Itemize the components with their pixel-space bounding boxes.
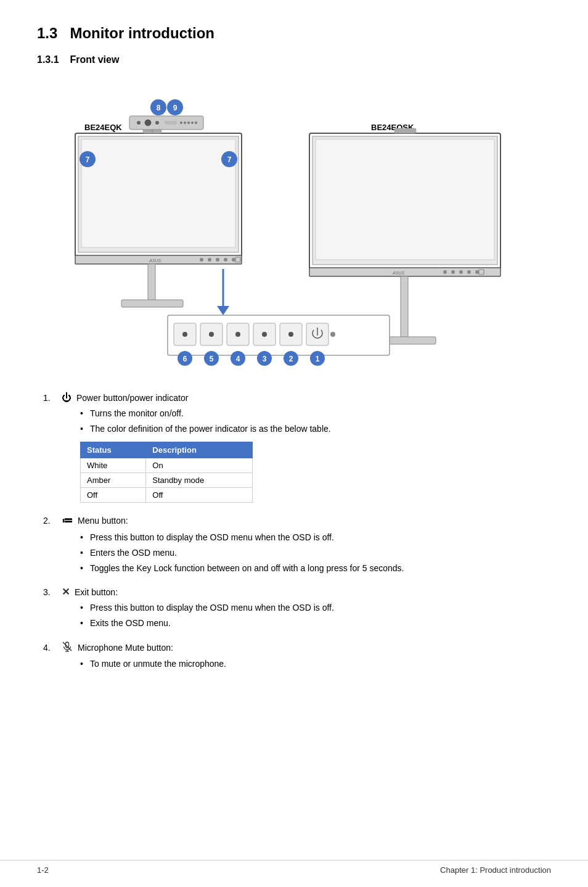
svg-text:BE24EQK: BE24EQK <box>84 123 122 132</box>
table-header-status: Status <box>81 442 146 458</box>
svg-point-59 <box>288 332 293 337</box>
item-1-bullets: Turns the monitor on/off. The color defi… <box>80 407 545 435</box>
svg-text:3: 3 <box>263 355 267 363</box>
svg-point-21 <box>459 270 463 274</box>
svg-rect-18 <box>309 268 500 276</box>
svg-point-57 <box>262 332 267 337</box>
svg-point-6 <box>216 258 219 262</box>
bullet-item: Press this button to display the OSD men… <box>80 531 545 544</box>
item-2-number: 2. <box>43 516 58 526</box>
svg-point-4 <box>200 258 203 262</box>
svg-text:5: 5 <box>210 355 214 363</box>
table-header-description: Description <box>146 442 253 458</box>
exit-icon: ✕ <box>62 586 70 598</box>
content-body: 1. ⏻ Power button/power indicator Turns … <box>37 392 551 670</box>
desc-on: On <box>146 458 253 473</box>
status-amber: Amber <box>81 473 146 488</box>
item-4-label: Microphone Mute button: <box>78 643 173 653</box>
table-row: Off Off <box>81 488 253 503</box>
svg-text:7: 7 <box>86 155 90 164</box>
item-3: 3. ✕ Exit button: Press this button to d… <box>43 586 545 630</box>
svg-point-41 <box>191 122 194 124</box>
svg-text:ASUS: ASUS <box>149 258 161 263</box>
svg-point-55 <box>235 332 240 337</box>
subsection-title: 1.3.1 Front view <box>37 54 551 65</box>
svg-point-51 <box>182 332 187 337</box>
table-row: White On <box>81 458 253 473</box>
section-number: 1.3 <box>37 25 57 41</box>
svg-text:2: 2 <box>289 355 293 363</box>
power-icon: ⏻ <box>62 392 71 403</box>
svg-point-7 <box>224 258 227 262</box>
item-1-number: 1. <box>43 393 58 403</box>
microphone-mute-icon <box>62 641 73 654</box>
footer-chapter: Chapter 1: Product introduction <box>440 865 551 875</box>
section-heading: Monitor introduction <box>70 25 214 41</box>
svg-point-61 <box>330 332 335 337</box>
desc-off: Off <box>146 488 253 503</box>
bullet-item: Turns the monitor on/off. <box>80 407 545 420</box>
svg-point-19 <box>443 270 447 274</box>
item-3-number: 3. <box>43 587 58 597</box>
svg-point-8 <box>232 258 235 262</box>
svg-text:7: 7 <box>227 155 232 164</box>
status-white: White <box>81 458 146 473</box>
table-row: Amber Standby mode <box>81 473 253 488</box>
item-3-header: 3. ✕ Exit button: <box>43 586 545 598</box>
bullet-item: The color definition of the power indica… <box>80 423 545 435</box>
item-4-bullets: To mute or unmute the microphone. <box>80 658 545 670</box>
svg-point-5 <box>208 258 211 262</box>
menu-icon: ≔ <box>62 514 73 527</box>
item-1: 1. ⏻ Power button/power indicator Turns … <box>43 392 545 503</box>
svg-rect-17 <box>316 139 494 260</box>
monitor-diagram: BE24EQK BE24EQSK 8 9 <box>37 78 551 374</box>
item-3-bullets: Press this button to display the OSD men… <box>80 601 545 630</box>
svg-point-23 <box>475 270 479 274</box>
item-3-label: Exit button: <box>75 587 118 597</box>
svg-point-40 <box>187 122 190 124</box>
svg-point-39 <box>184 122 186 124</box>
svg-rect-37 <box>165 121 177 125</box>
svg-text:8: 8 <box>157 104 161 112</box>
item-1-header: 1. ⏻ Power button/power indicator <box>43 392 545 403</box>
bullet-item: To mute or unmute the microphone. <box>80 658 545 670</box>
item-4-number: 4. <box>43 643 58 653</box>
svg-rect-25 <box>401 276 408 338</box>
svg-point-35 <box>145 120 151 126</box>
svg-text:4: 4 <box>236 355 240 363</box>
status-off: Off <box>81 488 146 503</box>
svg-rect-11 <box>121 300 183 307</box>
svg-point-20 <box>451 270 455 274</box>
svg-rect-28 <box>394 128 416 133</box>
page-footer: 1-2 Chapter 1: Product introduction <box>0 860 588 875</box>
svg-text:6: 6 <box>183 355 187 363</box>
svg-point-22 <box>467 270 471 274</box>
item-2-header: 2. ≔ Menu button: <box>43 514 545 527</box>
item-2: 2. ≔ Menu button: Press this button to d… <box>43 514 545 575</box>
svg-rect-2 <box>81 139 235 247</box>
item-2-bullets: Press this button to display the OSD men… <box>80 531 545 575</box>
svg-text:ASUS: ASUS <box>392 271 404 275</box>
desc-standby: Standby mode <box>146 473 253 488</box>
status-table: Status Description White On Amber Standb… <box>80 442 253 503</box>
item-4-header: 4. Microphone Mute button: <box>43 641 545 654</box>
item-4: 4. Microphone Mute button: To mute or un… <box>43 641 545 670</box>
svg-rect-10 <box>148 264 155 301</box>
svg-point-34 <box>137 121 141 125</box>
subsection-number: 1.3.1 <box>37 54 59 65</box>
svg-point-38 <box>180 122 182 124</box>
bullet-item: Exits the OSD menu. <box>80 617 545 630</box>
bullet-item: Enters the OSD menu. <box>80 547 545 559</box>
svg-point-53 <box>209 332 214 337</box>
footer-page-number: 1-2 <box>37 865 49 875</box>
bullet-item: Press this button to display the OSD men… <box>80 601 545 614</box>
section-title: 1.3 Monitor introduction <box>37 25 551 42</box>
svg-text:9: 9 <box>173 104 178 112</box>
svg-point-36 <box>155 121 159 125</box>
item-1-label: Power button/power indicator <box>76 393 188 403</box>
svg-point-42 <box>195 122 197 124</box>
bullet-item: Toggles the Key Lock function between on… <box>80 562 545 575</box>
subsection-heading: Front view <box>70 54 119 65</box>
svg-text:1: 1 <box>316 355 320 363</box>
svg-marker-48 <box>217 306 229 315</box>
